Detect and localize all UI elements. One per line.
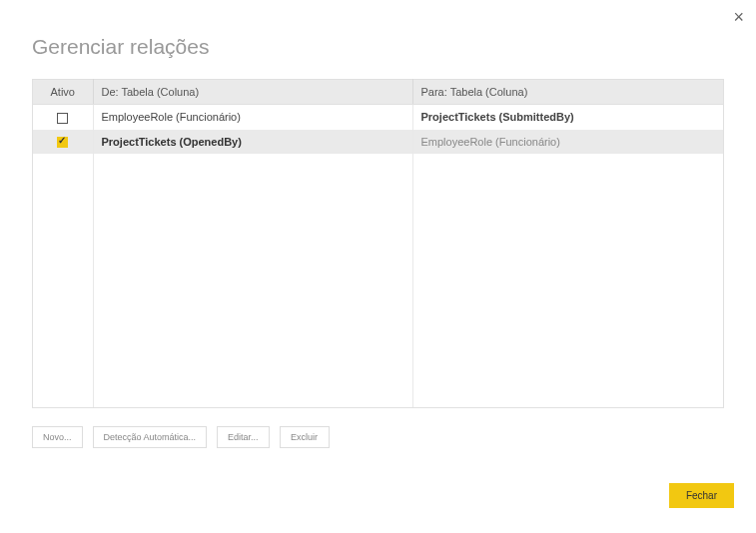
table-row[interactable]: ProjectTickets (OpenedBy) EmployeeRole (… <box>33 130 723 155</box>
relationships-table: Ativo De: Tabela (Coluna) Para: Tabela (… <box>33 79 723 408</box>
checkbox-icon[interactable] <box>57 113 68 124</box>
to-cell: EmployeeRole (Funcionário) <box>412 130 723 155</box>
header-active: Ativo <box>33 80 93 105</box>
manage-relationships-dialog: × Gerenciar relações Ativo De: Tabela (C… <box>0 0 756 533</box>
footer-buttons: Fechar <box>669 483 734 508</box>
from-cell: EmployeeRole (Funcionário) <box>93 105 412 130</box>
autodetect-button[interactable]: Detecção Automática... <box>93 426 208 448</box>
close-button[interactable]: Fechar <box>669 483 734 508</box>
new-button[interactable]: Novo... <box>32 426 83 448</box>
checkbox-icon[interactable] <box>57 137 68 148</box>
header-from: De: Tabela (Coluna) <box>93 80 412 105</box>
action-buttons: Novo... Detecção Automática... Editar...… <box>32 426 724 448</box>
delete-button[interactable]: Excluir <box>280 426 330 448</box>
to-cell: ProjectTickets (SubmittedBy) <box>412 105 723 130</box>
close-icon[interactable]: × <box>733 8 744 26</box>
relationships-table-container: Ativo De: Tabela (Coluna) Para: Tabela (… <box>32 79 724 408</box>
header-to: Para: Tabela (Coluna) <box>412 80 723 105</box>
table-filler <box>33 154 723 408</box>
from-cell: ProjectTickets (OpenedBy) <box>93 130 412 155</box>
dialog-title: Gerenciar relações <box>32 35 746 59</box>
edit-button[interactable]: Editar... <box>217 426 270 448</box>
table-row[interactable]: EmployeeRole (Funcionário) ProjectTicket… <box>33 105 723 130</box>
